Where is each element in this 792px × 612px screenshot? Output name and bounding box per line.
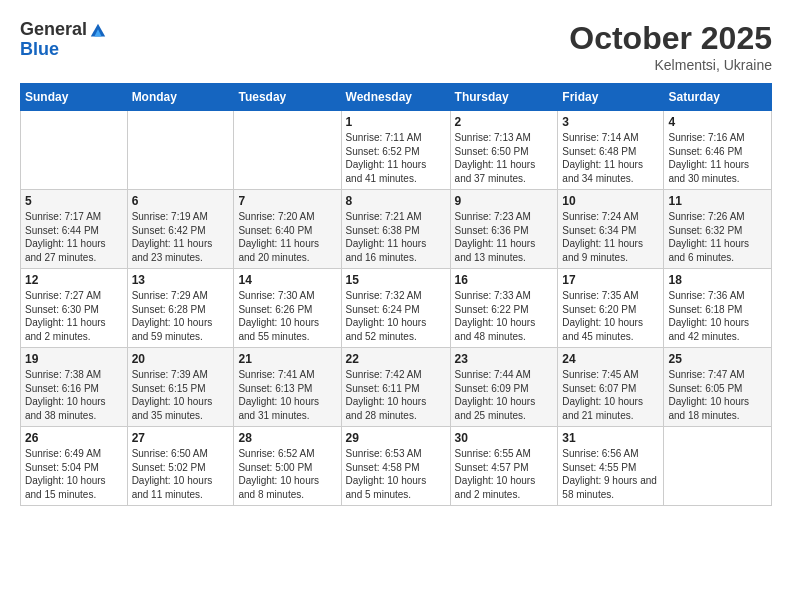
day-number: 1 [346, 115, 446, 129]
day-info: Sunrise: 7:23 AM Sunset: 6:36 PM Dayligh… [455, 210, 554, 264]
calendar-header-row: SundayMondayTuesdayWednesdayThursdayFrid… [21, 84, 772, 111]
calendar-cell: 15Sunrise: 7:32 AM Sunset: 6:24 PM Dayli… [341, 269, 450, 348]
logo-blue: Blue [20, 40, 107, 60]
calendar-cell: 29Sunrise: 6:53 AM Sunset: 4:58 PM Dayli… [341, 427, 450, 506]
day-number: 24 [562, 352, 659, 366]
calendar-cell [21, 111, 128, 190]
day-number: 20 [132, 352, 230, 366]
column-header-tuesday: Tuesday [234, 84, 341, 111]
day-number: 18 [668, 273, 767, 287]
day-number: 14 [238, 273, 336, 287]
day-number: 29 [346, 431, 446, 445]
day-number: 16 [455, 273, 554, 287]
calendar-cell: 26Sunrise: 6:49 AM Sunset: 5:04 PM Dayli… [21, 427, 128, 506]
calendar-cell [664, 427, 772, 506]
calendar-cell: 10Sunrise: 7:24 AM Sunset: 6:34 PM Dayli… [558, 190, 664, 269]
day-info: Sunrise: 7:30 AM Sunset: 6:26 PM Dayligh… [238, 289, 336, 343]
day-info: Sunrise: 6:55 AM Sunset: 4:57 PM Dayligh… [455, 447, 554, 501]
day-info: Sunrise: 7:41 AM Sunset: 6:13 PM Dayligh… [238, 368, 336, 422]
day-number: 22 [346, 352, 446, 366]
day-info: Sunrise: 6:52 AM Sunset: 5:00 PM Dayligh… [238, 447, 336, 501]
day-info: Sunrise: 7:21 AM Sunset: 6:38 PM Dayligh… [346, 210, 446, 264]
logo-icon [89, 22, 107, 40]
day-number: 25 [668, 352, 767, 366]
calendar-cell [127, 111, 234, 190]
day-number: 17 [562, 273, 659, 287]
day-info: Sunrise: 7:45 AM Sunset: 6:07 PM Dayligh… [562, 368, 659, 422]
calendar-cell: 8Sunrise: 7:21 AM Sunset: 6:38 PM Daylig… [341, 190, 450, 269]
calendar-cell: 25Sunrise: 7:47 AM Sunset: 6:05 PM Dayli… [664, 348, 772, 427]
day-number: 10 [562, 194, 659, 208]
day-info: Sunrise: 7:16 AM Sunset: 6:46 PM Dayligh… [668, 131, 767, 185]
day-number: 21 [238, 352, 336, 366]
day-info: Sunrise: 7:36 AM Sunset: 6:18 PM Dayligh… [668, 289, 767, 343]
calendar-cell: 23Sunrise: 7:44 AM Sunset: 6:09 PM Dayli… [450, 348, 558, 427]
day-info: Sunrise: 7:19 AM Sunset: 6:42 PM Dayligh… [132, 210, 230, 264]
column-header-wednesday: Wednesday [341, 84, 450, 111]
calendar-cell: 1Sunrise: 7:11 AM Sunset: 6:52 PM Daylig… [341, 111, 450, 190]
logo: General Blue [20, 20, 107, 60]
column-header-friday: Friday [558, 84, 664, 111]
day-number: 13 [132, 273, 230, 287]
calendar-cell: 14Sunrise: 7:30 AM Sunset: 6:26 PM Dayli… [234, 269, 341, 348]
day-number: 9 [455, 194, 554, 208]
day-number: 28 [238, 431, 336, 445]
calendar-cell: 3Sunrise: 7:14 AM Sunset: 6:48 PM Daylig… [558, 111, 664, 190]
page-header: General Blue October 2025 Kelmentsi, Ukr… [20, 20, 772, 73]
day-info: Sunrise: 7:14 AM Sunset: 6:48 PM Dayligh… [562, 131, 659, 185]
day-info: Sunrise: 7:38 AM Sunset: 6:16 PM Dayligh… [25, 368, 123, 422]
month-title: October 2025 [569, 20, 772, 57]
calendar-cell: 24Sunrise: 7:45 AM Sunset: 6:07 PM Dayli… [558, 348, 664, 427]
calendar-cell: 2Sunrise: 7:13 AM Sunset: 6:50 PM Daylig… [450, 111, 558, 190]
day-info: Sunrise: 6:53 AM Sunset: 4:58 PM Dayligh… [346, 447, 446, 501]
calendar-cell: 11Sunrise: 7:26 AM Sunset: 6:32 PM Dayli… [664, 190, 772, 269]
column-header-monday: Monday [127, 84, 234, 111]
day-info: Sunrise: 7:26 AM Sunset: 6:32 PM Dayligh… [668, 210, 767, 264]
day-number: 4 [668, 115, 767, 129]
day-number: 11 [668, 194, 767, 208]
day-info: Sunrise: 7:24 AM Sunset: 6:34 PM Dayligh… [562, 210, 659, 264]
day-number: 31 [562, 431, 659, 445]
day-info: Sunrise: 7:32 AM Sunset: 6:24 PM Dayligh… [346, 289, 446, 343]
column-header-sunday: Sunday [21, 84, 128, 111]
day-info: Sunrise: 7:39 AM Sunset: 6:15 PM Dayligh… [132, 368, 230, 422]
calendar-week-row: 1Sunrise: 7:11 AM Sunset: 6:52 PM Daylig… [21, 111, 772, 190]
calendar-cell: 22Sunrise: 7:42 AM Sunset: 6:11 PM Dayli… [341, 348, 450, 427]
calendar-cell: 28Sunrise: 6:52 AM Sunset: 5:00 PM Dayli… [234, 427, 341, 506]
day-info: Sunrise: 6:49 AM Sunset: 5:04 PM Dayligh… [25, 447, 123, 501]
calendar-cell: 31Sunrise: 6:56 AM Sunset: 4:55 PM Dayli… [558, 427, 664, 506]
calendar-week-row: 19Sunrise: 7:38 AM Sunset: 6:16 PM Dayli… [21, 348, 772, 427]
day-number: 5 [25, 194, 123, 208]
day-info: Sunrise: 7:35 AM Sunset: 6:20 PM Dayligh… [562, 289, 659, 343]
column-header-thursday: Thursday [450, 84, 558, 111]
calendar-cell: 7Sunrise: 7:20 AM Sunset: 6:40 PM Daylig… [234, 190, 341, 269]
day-number: 23 [455, 352, 554, 366]
calendar-cell: 13Sunrise: 7:29 AM Sunset: 6:28 PM Dayli… [127, 269, 234, 348]
day-info: Sunrise: 7:29 AM Sunset: 6:28 PM Dayligh… [132, 289, 230, 343]
calendar-table: SundayMondayTuesdayWednesdayThursdayFrid… [20, 83, 772, 506]
calendar-cell: 19Sunrise: 7:38 AM Sunset: 6:16 PM Dayli… [21, 348, 128, 427]
logo-general: General [20, 20, 87, 40]
day-info: Sunrise: 7:20 AM Sunset: 6:40 PM Dayligh… [238, 210, 336, 264]
day-number: 19 [25, 352, 123, 366]
calendar-body: 1Sunrise: 7:11 AM Sunset: 6:52 PM Daylig… [21, 111, 772, 506]
day-info: Sunrise: 7:33 AM Sunset: 6:22 PM Dayligh… [455, 289, 554, 343]
day-info: Sunrise: 7:27 AM Sunset: 6:30 PM Dayligh… [25, 289, 123, 343]
day-number: 8 [346, 194, 446, 208]
calendar-cell: 17Sunrise: 7:35 AM Sunset: 6:20 PM Dayli… [558, 269, 664, 348]
day-number: 30 [455, 431, 554, 445]
day-number: 6 [132, 194, 230, 208]
day-info: Sunrise: 7:13 AM Sunset: 6:50 PM Dayligh… [455, 131, 554, 185]
day-number: 3 [562, 115, 659, 129]
day-info: Sunrise: 7:11 AM Sunset: 6:52 PM Dayligh… [346, 131, 446, 185]
day-number: 27 [132, 431, 230, 445]
day-info: Sunrise: 6:56 AM Sunset: 4:55 PM Dayligh… [562, 447, 659, 501]
day-info: Sunrise: 7:17 AM Sunset: 6:44 PM Dayligh… [25, 210, 123, 264]
calendar-cell: 16Sunrise: 7:33 AM Sunset: 6:22 PM Dayli… [450, 269, 558, 348]
logo-text: General Blue [20, 20, 107, 60]
day-number: 7 [238, 194, 336, 208]
calendar-cell: 27Sunrise: 6:50 AM Sunset: 5:02 PM Dayli… [127, 427, 234, 506]
calendar-cell: 21Sunrise: 7:41 AM Sunset: 6:13 PM Dayli… [234, 348, 341, 427]
calendar-cell [234, 111, 341, 190]
day-info: Sunrise: 6:50 AM Sunset: 5:02 PM Dayligh… [132, 447, 230, 501]
